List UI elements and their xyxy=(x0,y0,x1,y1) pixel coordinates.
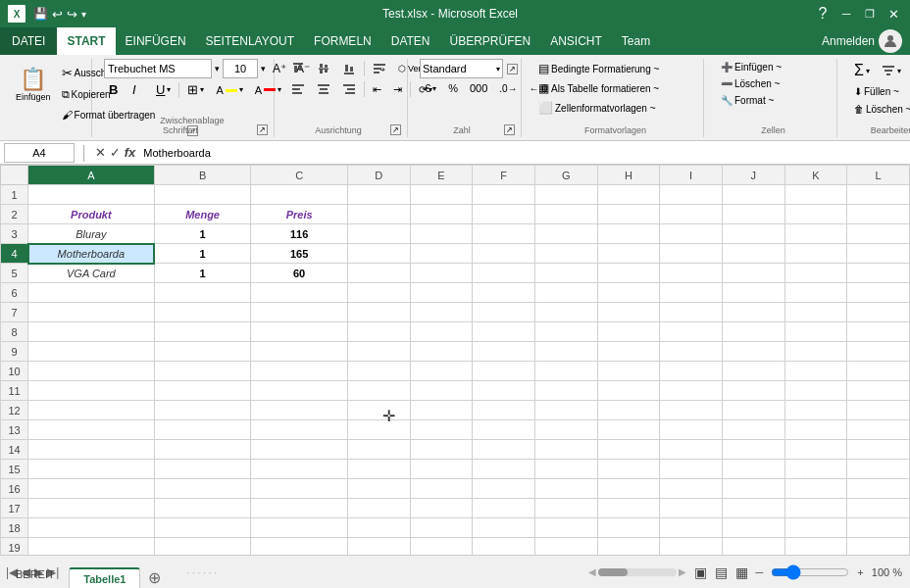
col-header-e[interactable]: E xyxy=(410,166,473,185)
cell-H2[interactable] xyxy=(597,205,660,224)
row-header-17[interactable]: 17 xyxy=(1,499,28,518)
cell-I8[interactable] xyxy=(660,322,723,342)
cell-K10[interactable] xyxy=(784,362,847,381)
autosum-button[interactable]: Σ ▾ xyxy=(849,59,875,82)
cell-C16[interactable] xyxy=(251,479,347,499)
row-header-5[interactable]: 5 xyxy=(1,264,28,283)
cell-A17[interactable] xyxy=(28,499,155,518)
row-header-8[interactable]: 8 xyxy=(1,322,28,342)
add-sheet-button[interactable]: ⊕ xyxy=(142,566,167,589)
cell-D1[interactable] xyxy=(347,185,410,205)
row-header-14[interactable]: 14 xyxy=(1,440,28,460)
cell-E3[interactable] xyxy=(410,224,473,244)
cell-D17[interactable] xyxy=(347,499,410,518)
cell-H18[interactable] xyxy=(597,518,660,538)
cell-G6[interactable] xyxy=(534,283,597,303)
cell-G8[interactable] xyxy=(534,322,597,342)
cell-H6[interactable] xyxy=(597,283,660,303)
menu-daten[interactable]: DATEN xyxy=(381,27,440,55)
cell-J14[interactable] xyxy=(722,440,784,460)
cell-B15[interactable] xyxy=(154,460,251,479)
schriftart-launch[interactable]: ↗ xyxy=(257,124,268,135)
cell-I12[interactable] xyxy=(660,401,723,420)
cell-J9[interactable] xyxy=(722,342,784,362)
row-header-4[interactable]: 4 xyxy=(1,244,28,264)
redo-qat[interactable]: ↪ xyxy=(67,7,77,22)
cell-K1[interactable] xyxy=(784,185,847,205)
zellen-formatvorlagen-button[interactable]: ⬜ Zellenformatvorlagen ~ xyxy=(533,98,697,118)
cell-A14[interactable] xyxy=(28,440,155,460)
cell-G5[interactable] xyxy=(534,264,597,283)
cell-H1[interactable] xyxy=(597,185,660,205)
cell-A18[interactable] xyxy=(28,518,155,538)
cell-E15[interactable] xyxy=(410,460,473,479)
row-header-10[interactable]: 10 xyxy=(1,362,28,381)
cell-A10[interactable] xyxy=(28,362,155,381)
zoom-slider[interactable] xyxy=(771,564,849,580)
align-right-button[interactable] xyxy=(337,79,361,99)
cell-H3[interactable] xyxy=(597,224,660,244)
bold-button[interactable]: B xyxy=(104,79,126,100)
help-button[interactable]: ? xyxy=(814,5,832,23)
cell-E2[interactable] xyxy=(410,205,473,224)
formula-input[interactable] xyxy=(139,147,906,159)
cell-K9[interactable] xyxy=(784,342,847,362)
fx-icon[interactable]: fx xyxy=(125,145,136,160)
align-center-button[interactable] xyxy=(312,79,335,99)
cell-C19[interactable] xyxy=(251,538,347,556)
cell-C3[interactable]: 116 xyxy=(251,224,347,244)
cell-I1[interactable] xyxy=(660,185,723,205)
cell-A1[interactable] xyxy=(28,185,155,205)
cell-A19[interactable] xyxy=(28,538,155,556)
cell-D13[interactable] xyxy=(347,420,410,440)
col-header-l[interactable]: L xyxy=(847,166,910,185)
col-header-d[interactable]: D xyxy=(347,166,410,185)
cell-B6[interactable] xyxy=(154,283,251,303)
cell-G16[interactable] xyxy=(534,479,597,499)
cell-E12[interactable] xyxy=(410,401,473,420)
cell-D19[interactable] xyxy=(347,538,410,556)
undo-qat[interactable]: ↩ xyxy=(52,7,63,22)
cell-E4[interactable] xyxy=(410,244,473,264)
sheet-tab-tabelle1[interactable]: Tabelle1 xyxy=(69,567,140,589)
row-header-19[interactable]: 19 xyxy=(1,538,28,556)
cell-L19[interactable] xyxy=(847,538,910,556)
cell-H11[interactable] xyxy=(597,381,660,401)
align-bottom-button[interactable] xyxy=(337,59,361,78)
cell-H12[interactable] xyxy=(597,401,660,420)
cell-K16[interactable] xyxy=(784,479,847,499)
cell-H16[interactable] xyxy=(597,479,660,499)
cell-H8[interactable] xyxy=(597,322,660,342)
row-header-7[interactable]: 7 xyxy=(1,303,28,322)
cell-J19[interactable] xyxy=(722,538,784,556)
cell-F12[interactable] xyxy=(473,401,535,420)
cell-L11[interactable] xyxy=(847,381,910,401)
cell-A15[interactable] xyxy=(28,460,155,479)
cell-K7[interactable] xyxy=(784,303,847,322)
cell-D16[interactable] xyxy=(347,479,410,499)
align-left-button[interactable] xyxy=(286,79,310,99)
align-top-button[interactable] xyxy=(286,59,310,78)
menu-datei[interactable]: DATEI xyxy=(0,27,57,55)
cell-I13[interactable] xyxy=(660,420,723,440)
cell-A13[interactable] xyxy=(28,420,155,440)
cell-B18[interactable] xyxy=(154,518,251,538)
cell-E8[interactable] xyxy=(410,322,473,342)
row-header-11[interactable]: 11 xyxy=(1,381,28,401)
row-header-15[interactable]: 15 xyxy=(1,460,28,479)
cell-G10[interactable] xyxy=(534,362,597,381)
minimize-button[interactable]: ─ xyxy=(837,7,855,21)
cell-D3[interactable] xyxy=(347,224,410,244)
cell-H17[interactable] xyxy=(597,499,660,518)
cell-L8[interactable] xyxy=(847,322,910,342)
cell-D11[interactable] xyxy=(347,381,410,401)
menu-start[interactable]: START xyxy=(57,27,115,55)
row-header-1[interactable]: 1 xyxy=(1,185,28,205)
zahl-launch[interactable]: ↗ xyxy=(504,124,515,135)
cell-F11[interactable] xyxy=(473,381,535,401)
menu-einfuegen[interactable]: EINFÜGEN xyxy=(116,27,196,55)
cell-D12[interactable] xyxy=(347,401,410,420)
cells-delete-button[interactable]: ➖ Löschen ~ xyxy=(716,75,831,92)
cell-D8[interactable] xyxy=(347,322,410,342)
cell-D5[interactable] xyxy=(347,264,410,283)
